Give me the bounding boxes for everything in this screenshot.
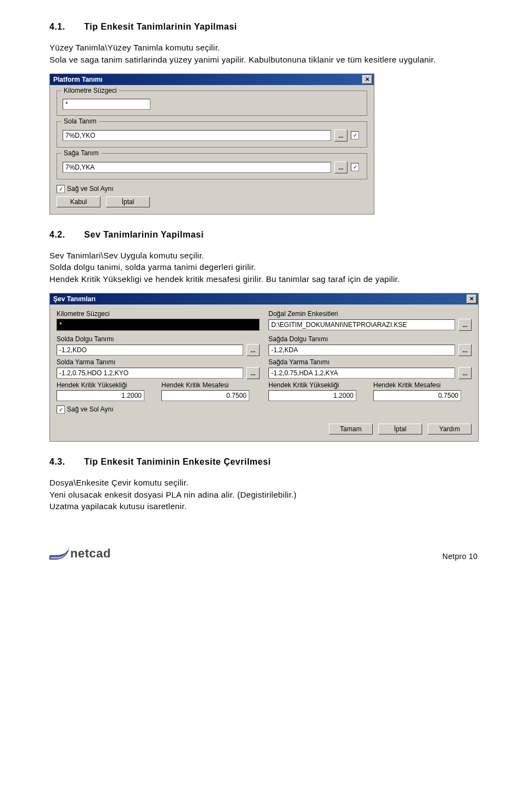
dialog1-title: Platform Tanımı (53, 76, 103, 83)
kabul-button[interactable]: Kabul (57, 196, 100, 207)
sola-browse-button[interactable]: ... (334, 129, 347, 142)
heading-num-2: 4.2. (49, 230, 65, 239)
platform-tanimi-dialog: Platform Tanımı ✕ Kilometre Süzgeci Sola… (49, 74, 374, 215)
km-input-2[interactable] (57, 319, 260, 331)
heading-4-1: 4.1. Tip Enkesit Tanimlarinin Yapilmasi (49, 22, 478, 32)
sol-hkh-input[interactable] (57, 390, 144, 401)
sag-yarma-label: Sağda Yarma Tanımı (268, 358, 472, 366)
heading-4-3: 4.3. Tip Enkesit Taniminin Enkesite Çevr… (49, 457, 478, 467)
km-fieldset: Kilometre Süzgeci (57, 91, 367, 116)
iptal-button-2[interactable]: İptal (378, 424, 422, 435)
sol-yarma-browse[interactable]: ... (246, 367, 260, 379)
sol-hkm-label: Hendek Kritik Mesafesi (161, 381, 260, 389)
heading-num: 4.1. (49, 22, 65, 31)
iptal-button-1[interactable]: İptal (106, 196, 150, 207)
sag-hkh-input[interactable] (268, 390, 356, 401)
sagsol-label-2: Sağ ve Sol Aynı (67, 405, 114, 413)
dialog2-titlebar: Şev Tanımları ✕ (50, 294, 478, 304)
sagsol-checkbox-2[interactable]: ✓ (57, 405, 65, 414)
sag-dolgu-label: Sağda Dolgu Tanımı (268, 335, 472, 343)
sag-hkh-label: Hendek Kritik Yüksekliği (268, 381, 367, 389)
sol-dolgu-input[interactable] (57, 345, 243, 356)
paragraph-3: Dosya\Enkesite Çevir komutu seçilir. Yen… (49, 477, 478, 512)
logo-text: netcad (70, 546, 111, 561)
sagsol-checkbox-1[interactable]: ✓ (57, 185, 65, 193)
sola-legend: Sola Tanım (61, 117, 99, 125)
sol-yarma-label: Solda Yarma Tanımı (57, 358, 260, 366)
netcad-logo: netcad (49, 546, 111, 561)
tamam-button[interactable]: Tamam (329, 424, 373, 435)
saga-checkbox[interactable]: ✓ (351, 163, 359, 171)
heading-title-2: Sev Tanimlarinin Yapilmasi (84, 230, 204, 239)
sola-fieldset: Sola Tanım ... ✓ (57, 121, 367, 148)
saga-browse-button[interactable]: ... (334, 161, 347, 173)
sola-input[interactable] (63, 130, 331, 141)
yardim-button[interactable]: Yardım (428, 424, 472, 435)
page-number: Netpro 10 (442, 552, 478, 561)
sev-tanimlari-dialog: Şev Tanımları ✕ Kilometre Süzgeci Solda … (49, 293, 479, 442)
heading-num-3: 4.3. (49, 457, 65, 466)
sol-dolgu-browse[interactable]: ... (246, 344, 260, 356)
heading-title: Tip Enkesit Tanimlarinin Yapilmasi (84, 22, 237, 31)
dogal-input[interactable] (268, 319, 455, 330)
dialog1-titlebar: Platform Tanımı ✕ (50, 74, 374, 85)
dialog2-title: Şev Tanımları (53, 295, 96, 303)
sol-dolgu-label: Solda Dolgu Tanımı (57, 335, 260, 343)
km-label-2: Kilometre Süzgeci (57, 310, 260, 318)
km-input[interactable] (63, 99, 150, 110)
close-icon-2[interactable]: ✕ (467, 295, 476, 303)
sol-hkh-label: Hendek Kritik Yüksekliği (57, 381, 155, 389)
sag-yarma-input[interactable] (268, 368, 455, 379)
sag-hkm-input[interactable] (373, 390, 461, 401)
logo-swoosh-icon (49, 548, 69, 561)
dogal-browse[interactable]: ... (458, 319, 472, 331)
paragraph-2: Sev Tanimlari\Sev Uygula komutu seçilir.… (49, 250, 478, 285)
sol-hkm-input[interactable] (161, 390, 249, 401)
sag-dolgu-input[interactable] (268, 345, 455, 356)
sola-checkbox[interactable]: ✓ (351, 131, 359, 139)
saga-fieldset: Sağa Tanım ... ✓ (57, 153, 367, 179)
sag-hkm-label: Hendek Kritik Mesafesi (373, 381, 472, 389)
paragraph-1: Yüzey Tanimla\Yüzey Tanimla komutu seçil… (49, 42, 478, 66)
sol-yarma-input[interactable] (57, 368, 243, 379)
close-icon[interactable]: ✕ (362, 75, 372, 84)
heading-4-2: 4.2. Sev Tanimlarinin Yapilmasi (49, 230, 478, 240)
page-footer: netcad Netpro 10 (0, 537, 527, 572)
sagsol-label-1: Sağ ve Sol Aynı (67, 185, 114, 193)
sag-yarma-browse[interactable]: ... (458, 367, 472, 379)
saga-legend: Sağa Tanım (61, 149, 101, 157)
saga-input[interactable] (63, 162, 331, 173)
km-legend: Kilometre Süzgeci (61, 87, 119, 94)
heading-title-3: Tip Enkesit Taniminin Enkesite Çevrilmes… (84, 457, 271, 466)
sag-dolgu-browse[interactable]: ... (458, 344, 472, 356)
dogal-label: Doğal Zemin Enkesitleri (268, 310, 472, 318)
